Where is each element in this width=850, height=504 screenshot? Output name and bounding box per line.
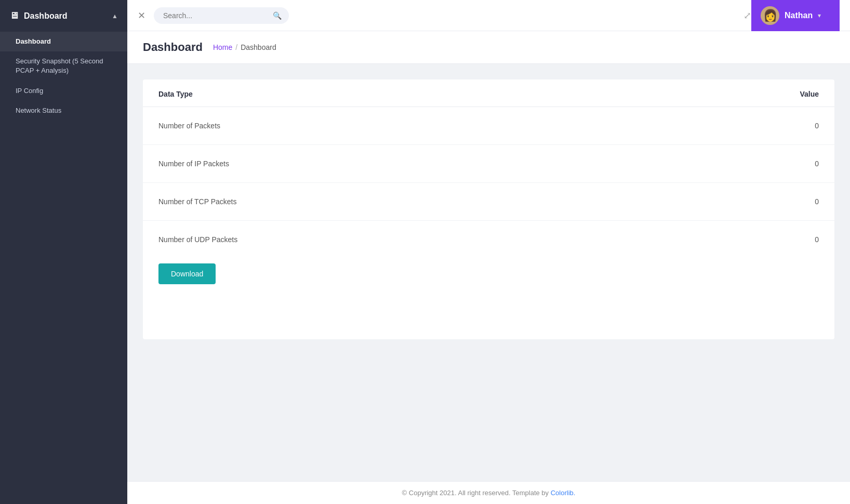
- table-row: Number of TCP Packets 0: [143, 183, 834, 221]
- content-area: Data Type Value Number of Packets 0 Numb…: [127, 64, 850, 481]
- sidebar: 🖥 Dashboard ▲ Dashboard Security Snapsho…: [0, 0, 127, 504]
- row-label: Number of TCP Packets: [158, 197, 236, 206]
- sidebar-chevron-icon: ▲: [112, 12, 118, 20]
- close-button[interactable]: ✕: [138, 10, 145, 21]
- dashboard-icon: 🖥: [9, 10, 19, 21]
- breadcrumb-current: Dashboard: [241, 43, 276, 51]
- user-chevron-icon: ▾: [818, 12, 821, 19]
- topbar: ✕ 🔍 ⤢ 👩 Nathan ▾: [127, 0, 850, 31]
- page-header: Dashboard Home / Dashboard: [127, 31, 850, 64]
- main-area: ✕ 🔍 ⤢ 👩 Nathan ▾ Dashboard Home / Dashbo…: [127, 0, 850, 504]
- row-value: 0: [815, 122, 819, 130]
- sidebar-item-security-snapshot[interactable]: Security Snapshot (5 Second PCAP + Analy…: [0, 51, 127, 81]
- col-value-header: Value: [800, 90, 819, 98]
- sidebar-navigation: Dashboard Security Snapshot (5 Second PC…: [0, 32, 127, 126]
- expand-icon[interactable]: ⤢: [743, 10, 751, 21]
- search-input[interactable]: [154, 7, 289, 24]
- data-table-card: Data Type Value Number of Packets 0 Numb…: [143, 79, 834, 339]
- sidebar-item-ip-config[interactable]: IP Config: [0, 81, 127, 101]
- row-label: Number of IP Packets: [158, 160, 229, 168]
- footer-text: © Copyright 2021. All right reserved. Te…: [402, 489, 551, 497]
- sidebar-app-name: Dashboard: [24, 11, 68, 21]
- footer: © Copyright 2021. All right reserved. Te…: [127, 481, 850, 504]
- footer-link[interactable]: Colorlib.: [551, 489, 576, 497]
- row-label: Number of UDP Packets: [158, 235, 237, 244]
- sidebar-header[interactable]: 🖥 Dashboard ▲: [0, 0, 127, 32]
- table-row: Number of Packets 0: [143, 107, 834, 145]
- sidebar-item-dashboard[interactable]: Dashboard: [0, 32, 127, 51]
- sidebar-item-network-status[interactable]: Network Status: [0, 101, 127, 121]
- row-value: 0: [815, 197, 819, 206]
- user-badge[interactable]: 👩 Nathan ▾: [751, 0, 840, 31]
- download-button[interactable]: Download: [158, 263, 216, 284]
- breadcrumb: Home / Dashboard: [213, 43, 276, 51]
- row-value: 0: [815, 160, 819, 168]
- col-data-type-header: Data Type: [158, 90, 193, 98]
- search-icon: 🔍: [273, 11, 282, 20]
- table-row: Number of IP Packets 0: [143, 145, 834, 183]
- avatar: 👩: [761, 6, 779, 25]
- page-title: Dashboard: [143, 41, 203, 54]
- user-name: Nathan: [785, 11, 813, 20]
- table-header: Data Type Value: [143, 79, 834, 107]
- table-row: Number of UDP Packets 0: [143, 221, 834, 258]
- table-rows-container: Number of Packets 0 Number of IP Packets…: [143, 107, 834, 258]
- breadcrumb-separator: /: [235, 43, 237, 51]
- breadcrumb-home[interactable]: Home: [213, 43, 232, 51]
- row-value: 0: [815, 235, 819, 244]
- row-label: Number of Packets: [158, 122, 220, 130]
